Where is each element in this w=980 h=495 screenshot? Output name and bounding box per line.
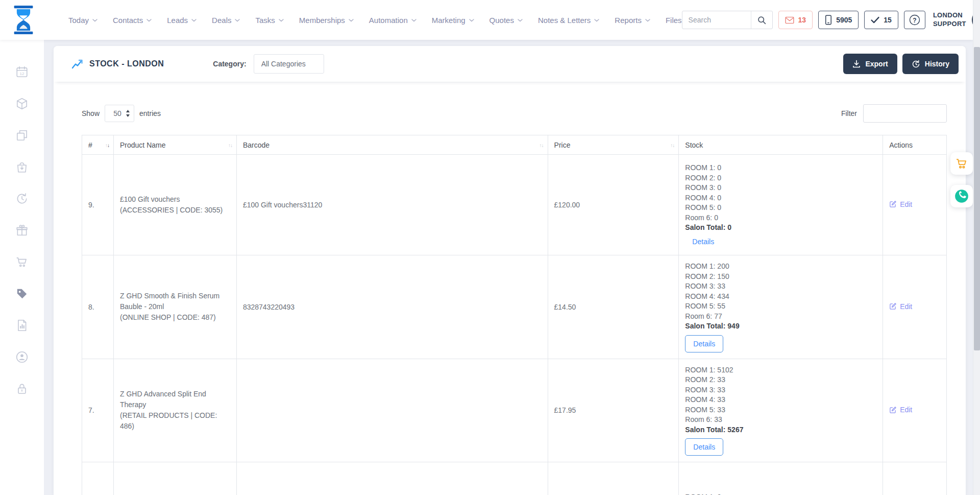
- history-icon: [912, 60, 920, 68]
- chevron-down-icon: [645, 19, 650, 22]
- row-number: 9.: [82, 155, 114, 255]
- column-header-product-name[interactable]: Product Name↑↓: [114, 135, 237, 155]
- floating-phone-button[interactable]: [950, 185, 973, 207]
- messages-count: 13: [798, 16, 806, 24]
- edit-label: Edit: [900, 406, 912, 414]
- floating-cart-button[interactable]: [950, 152, 973, 175]
- row-number: [82, 462, 114, 495]
- sidebar-item-lock[interactable]: [15, 382, 29, 395]
- chevron-down-icon: [594, 19, 599, 22]
- edit-link[interactable]: Edit: [889, 406, 912, 414]
- nav-item-today[interactable]: Today: [68, 16, 97, 25]
- details-button[interactable]: Details: [685, 335, 723, 352]
- details-button[interactable]: Details: [685, 438, 723, 456]
- sidebar-item-package[interactable]: [15, 97, 29, 110]
- header-buttons: Export History: [843, 54, 959, 74]
- row-number: 7.: [82, 359, 114, 462]
- table-row: 8. Z GHD Smooth & Finish Serum Bauble - …: [82, 255, 947, 359]
- sidebar-item-bag-download[interactable]: [15, 160, 29, 174]
- top-navbar: Today Contacts Leads Deals Tasks Members…: [0, 0, 973, 40]
- table-row: ROOM 1: 0ROOM 2: 250ROOM 3: 248ROOM 4: 2…: [82, 462, 947, 495]
- card-header: STOCK - LONDON Category: All Categories …: [54, 46, 966, 82]
- phone-icon: [954, 189, 969, 203]
- calls-count: 5905: [836, 16, 852, 24]
- nav-item-memberships[interactable]: Memberships: [299, 16, 354, 25]
- messages-badge[interactable]: 13: [778, 11, 813, 29]
- sidebar-item-cart[interactable]: [15, 255, 29, 269]
- scrollbar-thumb[interactable]: [974, 47, 980, 350]
- nav-item-reports[interactable]: Reports: [615, 16, 650, 25]
- column-header-label: Product Name: [120, 141, 165, 149]
- history-button[interactable]: History: [902, 54, 959, 74]
- tag-icon: [15, 287, 29, 300]
- product-name: Z GHD Smooth & Finish Serum Bauble - 20m…: [120, 291, 230, 312]
- stock-line: ROOM 5: 0: [685, 203, 876, 213]
- chevron-down-icon: [349, 19, 354, 22]
- product-name: £100 Gift vouchers: [120, 194, 230, 205]
- nav-item-automation[interactable]: Automation: [369, 16, 416, 25]
- user-name: LONDON SUPPORT: [933, 11, 966, 29]
- edit-link[interactable]: Edit: [889, 302, 912, 311]
- nav-item-label: Leads: [167, 16, 188, 25]
- help-button[interactable]: ?: [904, 11, 925, 29]
- stock-cell: ROOM 1: 0ROOM 2: 250ROOM 3: 248ROOM 4: 2…: [679, 462, 883, 495]
- nav-item-files[interactable]: Files: [666, 16, 682, 25]
- sidebar-item-history[interactable]: [15, 192, 29, 205]
- search-button[interactable]: [751, 11, 772, 29]
- sidebar-item-user-badge[interactable]: [15, 350, 29, 364]
- product-cell: Z GHD Smooth & Finish Serum Bauble - 20m…: [114, 255, 237, 359]
- nav-item-marketing[interactable]: Marketing: [432, 16, 474, 25]
- export-button[interactable]: Export: [843, 54, 897, 74]
- nav-item-contacts[interactable]: Contacts: [113, 16, 152, 25]
- actions-cell: [883, 462, 947, 495]
- product-meta: (RETAIL PRODUCTS | CODE: 486): [120, 410, 230, 432]
- stock-line: ROOM 2: 150: [685, 272, 876, 282]
- search-input[interactable]: [682, 16, 751, 24]
- gift-icon: [15, 224, 29, 237]
- nav-item-deals[interactable]: Deals: [212, 16, 240, 25]
- nav-item-notes-letters[interactable]: Notes & Letters: [538, 16, 599, 25]
- page-length-select[interactable]: 50: [105, 105, 134, 122]
- column-header-barcode[interactable]: Barcode↑↓: [236, 135, 548, 155]
- category-select[interactable]: All Categories: [254, 54, 324, 74]
- salon-total: Salon Total: 949: [685, 321, 876, 332]
- price-cell: £17.95: [548, 359, 679, 462]
- sidebar-item-tag[interactable]: [15, 287, 29, 300]
- barcode-cell: £100 Gift vouchers31120: [236, 155, 548, 255]
- edit-label: Edit: [900, 302, 912, 311]
- column-header-label: #: [88, 141, 92, 149]
- stock-table: #↑↓Product Name↑↓Barcode↑↓Price↑↓StockAc…: [82, 135, 947, 495]
- main-menu: Today Contacts Leads Deals Tasks Members…: [68, 16, 682, 25]
- column-header-label: Barcode: [243, 141, 270, 149]
- column-header-[interactable]: #↑↓: [82, 135, 114, 155]
- sidebar-item-calendar[interactable]: 12: [15, 65, 29, 79]
- column-header-label: Price: [554, 141, 571, 149]
- filter-input[interactable]: [863, 104, 947, 123]
- chevron-down-icon: [518, 19, 523, 22]
- nav-item-label: Marketing: [432, 16, 465, 25]
- calls-badge[interactable]: 5905: [818, 11, 859, 29]
- cart-icon: [955, 157, 968, 170]
- edit-icon: [889, 406, 897, 414]
- nav-item-leads[interactable]: Leads: [167, 16, 197, 25]
- app-logo[interactable]: [12, 5, 35, 35]
- nav-item-quotes[interactable]: Quotes: [489, 16, 523, 25]
- column-header-stock: Stock: [679, 135, 883, 155]
- tasks-badge[interactable]: 15: [864, 11, 898, 29]
- history-icon: [15, 192, 29, 205]
- edit-link[interactable]: Edit: [889, 200, 912, 208]
- nav-item-tasks[interactable]: Tasks: [255, 16, 283, 25]
- svg-text:?: ?: [913, 17, 916, 24]
- sidebar-item-copy[interactable]: [15, 129, 29, 142]
- vertical-scrollbar[interactable]: [973, 0, 980, 495]
- chevron-down-icon: [146, 19, 152, 22]
- sidebar-item-report[interactable]: [15, 319, 29, 332]
- details-button[interactable]: Details: [692, 237, 714, 247]
- tasks-count: 15: [884, 16, 892, 24]
- search-box: [682, 11, 773, 29]
- search-icon: [757, 15, 767, 25]
- stock-cell: ROOM 1: 0ROOM 2: 0ROOM 3: 0ROOM 4: 0ROOM…: [679, 155, 883, 255]
- calendar-icon: 12: [15, 65, 29, 79]
- sidebar-item-gift[interactable]: [15, 224, 29, 237]
- column-header-price[interactable]: Price↑↓: [548, 135, 679, 155]
